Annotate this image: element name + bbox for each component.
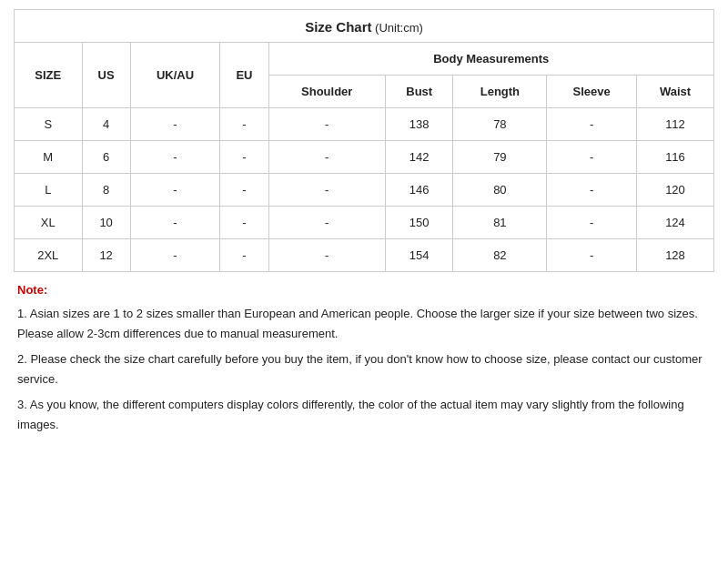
cell-uk_au: -: [130, 239, 220, 272]
cell-shoulder: -: [268, 141, 385, 174]
size-chart-table: SIZE US UK/AU EU Body Measurements Shoul…: [14, 42, 714, 272]
table-row: XL10---15081-124: [15, 207, 714, 239]
table-row: 2XL12---15482-128: [15, 239, 714, 272]
cell-size: M: [15, 141, 83, 174]
cell-bust: 154: [385, 239, 452, 272]
cell-length: 79: [453, 141, 547, 174]
cell-length: 82: [453, 239, 547, 272]
col-header-waist: Waist: [637, 76, 714, 108]
note-item-1: 1. Asian sizes are 1 to 2 sizes smaller …: [17, 304, 711, 344]
cell-shoulder: -: [268, 174, 385, 207]
cell-sleeve: -: [547, 108, 637, 141]
cell-waist: 112: [637, 108, 714, 141]
body-measurements-header: Body Measurements: [268, 43, 713, 76]
cell-waist: 128: [637, 239, 714, 272]
cell-us: 8: [82, 174, 130, 207]
cell-us: 4: [82, 108, 130, 141]
cell-length: 81: [453, 207, 547, 239]
cell-waist: 116: [637, 141, 714, 174]
cell-bust: 150: [385, 207, 452, 239]
cell-waist: 124: [637, 207, 714, 239]
col-header-size: SIZE: [15, 43, 83, 108]
cell-us: 6: [82, 141, 130, 174]
cell-uk_au: -: [130, 141, 220, 174]
col-header-bust: Bust: [385, 76, 452, 108]
cell-sleeve: -: [547, 141, 637, 174]
cell-shoulder: -: [268, 108, 385, 141]
table-row: M6---14279-116: [15, 141, 714, 174]
cell-eu: -: [220, 141, 268, 174]
cell-size: 2XL: [15, 239, 83, 272]
cell-shoulder: -: [268, 239, 385, 272]
cell-eu: -: [220, 108, 268, 141]
cell-eu: -: [220, 174, 268, 207]
notes-section: Note: 1. Asian sizes are 1 to 2 sizes sm…: [14, 272, 714, 445]
cell-uk_au: -: [130, 108, 220, 141]
cell-shoulder: -: [268, 207, 385, 239]
page-title: Size Chart (Unit:cm): [14, 9, 714, 42]
note-label: Note:: [17, 283, 711, 297]
note-item-3: 3. As you know, the different computers …: [17, 395, 711, 435]
col-header-length: Length: [453, 76, 547, 108]
col-header-ukau: UK/AU: [130, 43, 220, 108]
cell-bust: 138: [385, 108, 452, 141]
cell-sleeve: -: [547, 174, 637, 207]
cell-uk_au: -: [130, 207, 220, 239]
cell-waist: 120: [637, 174, 714, 207]
table-row: S4---13878-112: [15, 108, 714, 141]
col-header-us: US: [82, 43, 130, 108]
cell-length: 78: [453, 108, 547, 141]
col-header-sleeve: Sleeve: [547, 76, 637, 108]
cell-length: 80: [453, 174, 547, 207]
cell-us: 12: [82, 239, 130, 272]
cell-sleeve: -: [547, 239, 637, 272]
cell-eu: -: [220, 207, 268, 239]
cell-us: 10: [82, 207, 130, 239]
col-header-shoulder: Shoulder: [268, 76, 385, 108]
cell-size: L: [15, 174, 83, 207]
note-item-2: 2. Please check the size chart carefully…: [17, 349, 711, 389]
table-row: L8---14680-120: [15, 174, 714, 207]
cell-bust: 142: [385, 141, 452, 174]
cell-uk_au: -: [130, 174, 220, 207]
cell-sleeve: -: [547, 207, 637, 239]
cell-size: S: [15, 108, 83, 141]
cell-size: XL: [15, 207, 83, 239]
cell-bust: 146: [385, 174, 452, 207]
col-header-eu: EU: [220, 43, 268, 108]
cell-eu: -: [220, 239, 268, 272]
